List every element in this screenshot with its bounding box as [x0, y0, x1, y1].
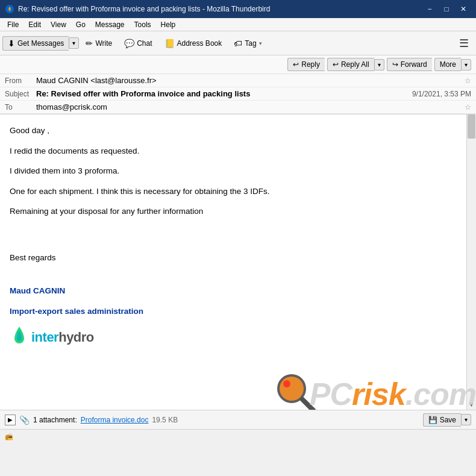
body-line5: Remaining at your disposal for any furth… [10, 205, 466, 218]
body-line6: Best regards [10, 251, 466, 265]
write-button[interactable]: ✏ Write [80, 34, 117, 53]
attachment-size: 19.5 KB [152, 416, 178, 424]
subject-field: Subject Re: Revised offer with Proforma … [0, 87, 476, 101]
get-messages-dropdown[interactable]: ▾ [69, 37, 79, 49]
menu-file[interactable]: File [2, 19, 23, 30]
save-dropdown[interactable]: ▾ [461, 414, 471, 425]
email-body-wrapper: Good day , I redid the documents as requ… [0, 114, 476, 410]
sender-name: Maud CAGNIN [10, 284, 466, 298]
reply-all-dropdown[interactable]: ▾ [374, 59, 384, 70]
more-button[interactable]: More [434, 58, 461, 71]
to-value: thomas@pcrisk.com [36, 102, 461, 111]
paperclip-icon: 📎 [19, 415, 30, 425]
get-messages-icon: ⬇ [8, 39, 15, 48]
scroll-down-button[interactable]: ▼ [467, 400, 476, 410]
email-header: ↩ Reply ↩ Reply All ▾ ↪ Forward More ▾ [0, 55, 476, 114]
from-value: Maud CAGNIN <last@larousse.fr> [36, 76, 461, 85]
to-label: To [5, 103, 36, 111]
reply-label: Reply [301, 60, 320, 69]
close-button[interactable]: ✕ [456, 2, 471, 16]
write-icon: ✏ [86, 39, 93, 48]
chat-button[interactable]: 💬 Chat [119, 34, 157, 53]
tag-dropdown-arrow: ▾ [259, 40, 262, 46]
from-label: From [5, 77, 36, 85]
reply-icon: ↩ [293, 60, 299, 69]
body-line4: One for each shipment. I think this is n… [10, 185, 466, 198]
action-row: ↩ Reply ↩ Reply All ▾ ↪ Forward More ▾ [0, 55, 476, 74]
save-group: 💾 Save ▾ [423, 413, 471, 427]
reply-all-label: Reply All [341, 60, 369, 69]
attachment-toggle[interactable]: ▶ [5, 415, 16, 425]
logo-hydro: hydro [58, 330, 94, 345]
attachment-filename: Proforma invoice.doc [81, 416, 149, 424]
save-icon: 💾 [428, 416, 437, 424]
status-icon: 📻 [5, 433, 13, 440]
save-label: Save [440, 416, 456, 424]
more-group: More ▾ [434, 58, 471, 71]
forward-button[interactable]: ↪ Forward [387, 58, 432, 71]
menu-edit[interactable]: Edit [23, 19, 46, 30]
get-messages-label: Get Messages [17, 39, 64, 48]
email-body: Good day , I redid the documents as requ… [0, 114, 476, 410]
maximize-button[interactable]: □ [439, 2, 454, 16]
attachment-count: 1 attachment: [33, 416, 77, 424]
hamburger-menu[interactable]: ☰ [454, 34, 474, 52]
logo-drop-icon [10, 325, 29, 348]
reply-all-group: ↩ Reply All ▾ [327, 58, 384, 71]
menu-help[interactable]: Help [156, 19, 181, 30]
subject-value: Re: Revised offer with Proforma invoice … [36, 89, 412, 98]
menubar: File Edit View Go Message Tools Help [0, 18, 476, 31]
subject-label: Subject [5, 90, 36, 98]
reply-all-icon: ↩ [333, 60, 339, 69]
to-field: To thomas@pcrisk.com ☆ [0, 101, 476, 114]
scroll-thumb[interactable] [468, 114, 475, 139]
chat-icon: 💬 [124, 39, 134, 48]
get-messages-button[interactable]: ⬇ Get Messages [2, 36, 69, 51]
menu-tools[interactable]: Tools [130, 19, 156, 30]
tag-icon: 🏷 [234, 39, 242, 48]
window-controls: − □ ✕ [422, 2, 471, 16]
to-star-icon[interactable]: ☆ [465, 103, 471, 111]
logo-inter: inter [31, 330, 58, 345]
tag-button[interactable]: 🏷 Tag ▾ [228, 34, 267, 53]
statusbar: 📻 [0, 429, 476, 443]
sender-title: Import-export sales administration [10, 305, 466, 318]
address-book-icon: 📒 [164, 39, 175, 48]
body-line2: I redid the documents as requested. [10, 145, 466, 158]
forward-group: ↪ Forward [387, 58, 432, 71]
address-book-button[interactable]: 📒 Address Book [159, 34, 228, 53]
company-logo: interhydro [10, 325, 466, 351]
more-dropdown[interactable]: ▾ [461, 59, 471, 70]
reply-button[interactable]: ↩ Reply [287, 58, 325, 71]
menu-message[interactable]: Message [90, 19, 130, 30]
email-scrollbar[interactable]: ▲ ▼ [466, 114, 476, 410]
save-button[interactable]: 💾 Save [423, 413, 461, 427]
more-label: More [440, 60, 456, 69]
forward-label: Forward [401, 60, 427, 69]
app-icon [5, 4, 14, 14]
address-book-label: Address Book [177, 39, 222, 48]
from-field: From Maud CAGNIN <last@larousse.fr> ☆ [0, 74, 476, 87]
write-label: Write [95, 39, 112, 48]
body-line3: I divided them into 3 proforma. [10, 164, 466, 178]
tag-label: Tag [245, 39, 256, 48]
menu-go[interactable]: Go [71, 19, 90, 30]
reply-group: ↩ Reply [287, 58, 325, 71]
main-toolbar: ⬇ Get Messages ▾ ✏ Write 💬 Chat 📒 Addres… [0, 31, 476, 55]
from-star-icon[interactable]: ☆ [465, 77, 471, 85]
attachment-bar: ▶ 📎 1 attachment: Proforma invoice.doc 1… [0, 410, 476, 429]
menu-view[interactable]: View [46, 19, 71, 30]
minimize-button[interactable]: − [422, 2, 437, 16]
reply-all-button[interactable]: ↩ Reply All [327, 58, 374, 71]
forward-icon: ↪ [392, 60, 398, 69]
get-messages-group: ⬇ Get Messages ▾ [2, 36, 79, 51]
email-date: 9/1/2021, 3:53 PM [412, 90, 471, 98]
chat-label: Chat [137, 39, 152, 48]
body-line1: Good day , [10, 124, 466, 137]
titlebar: Re: Revised offer with Proforma invoice … [0, 0, 476, 18]
window-title: Re: Revised offer with Proforma invoice … [18, 5, 422, 13]
